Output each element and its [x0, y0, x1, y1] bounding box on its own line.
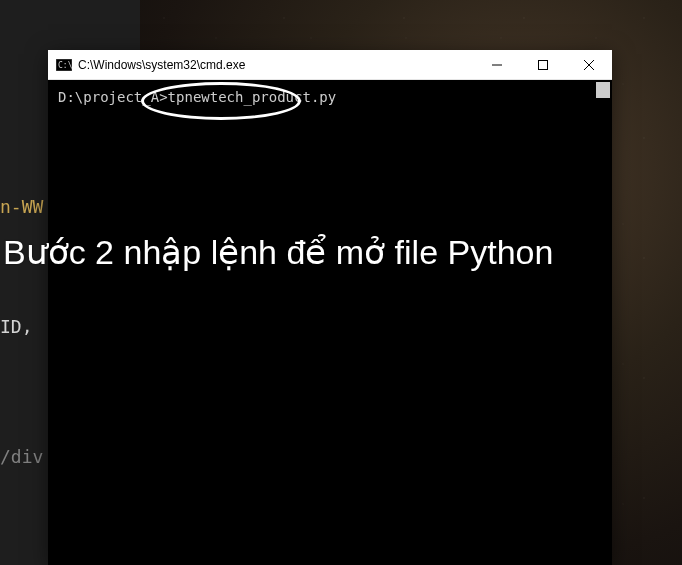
- prompt-separator: >: [159, 89, 167, 105]
- window-titlebar[interactable]: C:\ C:\Windows\system32\cmd.exe: [48, 50, 612, 80]
- minimize-button[interactable]: [474, 50, 520, 80]
- window-title: C:\Windows\system32\cmd.exe: [78, 58, 245, 72]
- editor-fragment: ID,: [0, 316, 33, 337]
- scrollbar-thumb[interactable]: [596, 82, 610, 98]
- close-button[interactable]: [566, 50, 612, 80]
- editor-fragment: /div: [0, 446, 43, 467]
- editor-fragment: n-WW: [0, 196, 43, 217]
- terminal-body[interactable]: D:\project_A>tpnewtech_product.py: [48, 80, 612, 565]
- svg-rect-3: [539, 60, 548, 69]
- maximize-button[interactable]: [520, 50, 566, 80]
- cmd-window: C:\ C:\Windows\system32\cmd.exe D:\proje…: [48, 50, 612, 565]
- terminal-line: D:\project_A>tpnewtech_product.py: [58, 88, 602, 108]
- typed-command: tpnewtech_product.py: [168, 89, 337, 105]
- prompt-path: D:\project_A: [58, 89, 159, 105]
- cmd-icon: C:\: [56, 58, 72, 72]
- viewport: n-WW ID, /div C:\ C:\Windows\system32\cm…: [0, 0, 682, 565]
- svg-text:C:\: C:\: [58, 61, 72, 70]
